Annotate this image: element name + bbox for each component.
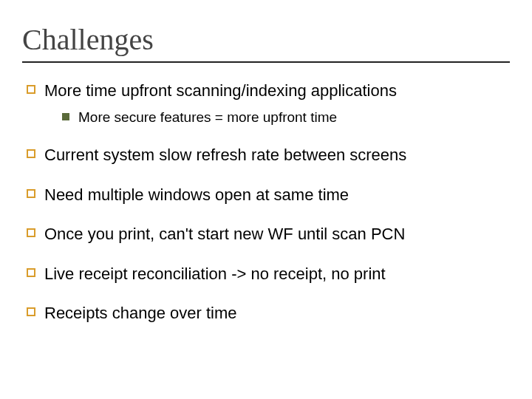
bullet-outline-square-icon [27, 268, 35, 277]
bullet-outline-square-icon [27, 307, 35, 316]
slide-title: Challenges [22, 22, 510, 57]
item-text: Current system slow refresh rate between… [44, 145, 406, 166]
item-text: More time upfront scanning/indexing appl… [44, 81, 397, 101]
bullet-outline-square-icon [27, 189, 35, 198]
item-text: Live receipt reconciliation -> no receip… [44, 264, 386, 284]
list-item: Receipts change over time [27, 303, 510, 324]
item-text: Once you print, can't start new WF until… [44, 224, 405, 245]
list-item: Current system slow refresh rate between… [27, 145, 510, 166]
bullet-outline-square-icon [27, 85, 35, 94]
item-text: Need multiple windows open at same time [44, 185, 349, 205]
list-item: Once you print, can't start new WF until… [27, 224, 510, 245]
list-item: Need multiple windows open at same time [27, 185, 510, 205]
sub-list-item: More secure features = more upfront time [62, 109, 510, 126]
title-underline [22, 61, 510, 63]
item-text: Receipts change over time [44, 303, 236, 324]
list-item: Live receipt reconciliation -> no receip… [27, 264, 510, 284]
bullet-outline-square-icon [27, 149, 35, 158]
sub-item-text: More secure features = more upfront time [78, 109, 337, 126]
bullet-outline-square-icon [27, 228, 35, 237]
content-area: More time upfront scanning/indexing appl… [22, 81, 510, 324]
list-item: More time upfront scanning/indexing appl… [27, 81, 510, 101]
bullet-solid-square-icon [62, 113, 69, 120]
